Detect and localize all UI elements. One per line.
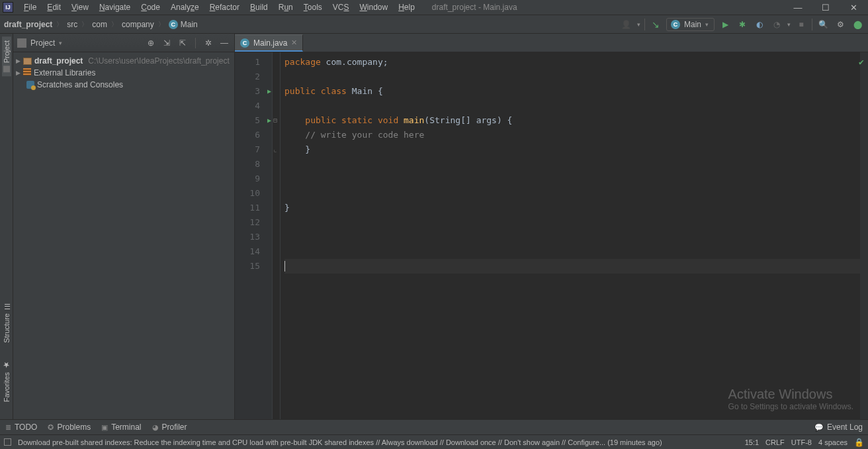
expand-arrow-icon[interactable]: ▶ xyxy=(16,58,21,64)
left-tool-stripe: Project Structure ☰ Favorites ★ xyxy=(0,34,13,419)
bottom-tool-stripe: ≣TODO ✪Problems ▣Terminal ◕Profiler 💬Eve… xyxy=(0,419,868,434)
stop-button[interactable]: ■ xyxy=(795,18,808,31)
tree-row-external-libs[interactable]: ▶ External Libraries xyxy=(13,67,234,79)
project-icon xyxy=(3,66,10,72)
fold-gutter: ⊟ ⌞ xyxy=(273,52,281,419)
status-caret-position[interactable]: 15:1 xyxy=(745,438,759,446)
class-icon: C xyxy=(671,20,680,29)
window-maximize-button[interactable]: ☐ xyxy=(818,3,834,13)
root-name: draft_project xyxy=(34,56,83,66)
run-button[interactable]: ▶ xyxy=(718,18,732,31)
problems-icon: ✪ xyxy=(48,423,54,432)
code-with-me-icon[interactable] xyxy=(620,18,633,31)
code-content[interactable]: package com.company; public class Main {… xyxy=(281,52,860,419)
run-config-label: Main xyxy=(684,20,701,29)
editor-tab-strip: C Main.java ✕ xyxy=(235,34,868,52)
window-minimize-button[interactable]: — xyxy=(790,3,806,13)
line-number: 3 xyxy=(238,84,260,99)
library-icon xyxy=(23,68,31,77)
fold-icon[interactable]: ⊟ xyxy=(273,113,277,128)
toolwindow-tab-terminal[interactable]: ▣Terminal xyxy=(101,423,141,432)
editor[interactable]: 1 2 3 ▶ 4 5 ▶ 6 7 8 9 10 11 12 13 14 15 … xyxy=(235,52,868,419)
status-message[interactable]: Download pre-built shared indexes: Reduc… xyxy=(18,438,738,446)
collapse-all-button[interactable]: ⇱ xyxy=(177,38,189,48)
editor-tab-label: Main.java xyxy=(253,38,287,48)
build-button[interactable]: ↘ xyxy=(649,18,662,31)
line-number: 2 xyxy=(238,70,260,84)
close-icon[interactable]: ✕ xyxy=(291,38,297,47)
menu-refactor[interactable]: Refactor xyxy=(204,1,245,14)
toolwindow-tab-problems[interactable]: ✪Problems xyxy=(48,423,91,432)
menu-code[interactable]: Code xyxy=(136,1,165,14)
expand-arrow-icon[interactable]: ▶ xyxy=(16,70,21,76)
ide-status-icon[interactable]: ⬤ xyxy=(851,18,864,31)
fold-end-icon[interactable]: ⌞ xyxy=(273,142,277,157)
toolwindow-tab-event-log[interactable]: 💬Event Log xyxy=(814,423,863,432)
toolwindow-tab-structure[interactable]: Structure ☰ xyxy=(1,298,11,347)
menu-build[interactable]: Build xyxy=(245,1,273,14)
menu-run[interactable]: Run xyxy=(273,1,298,14)
toolwindow-tab-project[interactable]: Project xyxy=(2,36,11,76)
search-everywhere-button[interactable]: 🔍 xyxy=(816,18,830,31)
project-view-icon xyxy=(17,38,26,48)
tree-row-root[interactable]: ▶ draft_project C:\Users\user\IdeaProjec… xyxy=(13,55,234,67)
menu-navigate[interactable]: Navigate xyxy=(94,1,136,14)
menu-file[interactable]: File xyxy=(19,1,42,14)
line-number: 10 xyxy=(238,186,260,201)
caret xyxy=(284,261,285,272)
line-number-gutter: 1 2 3 ▶ 4 5 ▶ 6 7 8 9 10 11 12 13 14 15 xyxy=(235,52,273,419)
settings-icon[interactable]: ✲ xyxy=(202,38,214,48)
status-encoding[interactable]: UTF-8 xyxy=(791,438,812,446)
window-close-button[interactable]: ✕ xyxy=(846,3,861,13)
line-number: 12 xyxy=(238,215,260,230)
divider xyxy=(195,38,196,48)
toolwindow-tab-favorites[interactable]: Favorites ★ xyxy=(1,356,12,406)
breadcrumb-main[interactable]: C Main xyxy=(169,20,198,29)
breadcrumb-project[interactable]: draft_project xyxy=(4,20,52,29)
toolwindow-tab-todo[interactable]: ≣TODO xyxy=(5,423,37,432)
tree-row-scratches[interactable]: Scratches and Consoles xyxy=(13,79,234,91)
expand-all-button[interactable]: ⇲ xyxy=(161,38,173,48)
run-gutter-icon[interactable]: ▶ xyxy=(267,84,271,99)
select-opened-file-button[interactable]: ⊕ xyxy=(145,38,157,48)
inspection-ok-icon[interactable]: ✔ xyxy=(859,55,864,70)
chevron-right-icon: 〉 xyxy=(81,20,88,29)
editor-tab-main[interactable]: C Main.java ✕ xyxy=(235,34,303,52)
status-indent[interactable]: 4 spaces xyxy=(818,438,847,446)
error-stripe[interactable]: ✔ xyxy=(860,52,868,419)
hide-button[interactable]: — xyxy=(218,38,230,48)
menu-tools[interactable]: Tools xyxy=(298,1,327,14)
toolwindow-quick-access-icon[interactable] xyxy=(4,438,11,446)
chevron-down-icon[interactable]: ▾ xyxy=(59,40,62,46)
project-tree[interactable]: ▶ draft_project C:\Users\user\IdeaProjec… xyxy=(13,52,234,419)
line-number: 14 xyxy=(238,244,260,259)
menu-edit[interactable]: Edit xyxy=(42,1,66,14)
breadcrumb-src[interactable]: src xyxy=(67,20,77,29)
status-line-ending[interactable]: CRLF xyxy=(765,438,785,446)
coverage-button[interactable]: ◐ xyxy=(753,18,766,31)
line-number: 8 xyxy=(238,157,260,172)
breadcrumb-company[interactable]: company xyxy=(122,20,154,29)
debug-button[interactable]: ✱ xyxy=(736,18,749,31)
menu-window[interactable]: Window xyxy=(354,1,393,14)
terminal-icon: ▣ xyxy=(101,423,108,432)
structure-icon: ☰ xyxy=(2,302,11,311)
scratches-label: Scratches and Consoles xyxy=(37,80,123,89)
navigation-bar: draft_project 〉 src 〉 com 〉 company 〉 C … xyxy=(0,15,868,34)
class-icon: C xyxy=(240,38,249,48)
profiler-button[interactable]: ◔ xyxy=(770,18,783,31)
divider xyxy=(812,19,812,30)
todo-icon: ≣ xyxy=(5,423,11,432)
menu-analyze[interactable]: Analyze xyxy=(165,1,204,14)
readonly-lock-icon[interactable]: 🔒 xyxy=(854,438,864,447)
scratches-icon xyxy=(26,81,34,89)
run-config-selector[interactable]: C Main ▾ xyxy=(666,18,715,31)
menu-vcs[interactable]: VCS xyxy=(327,1,355,14)
window-title: draft_project - Main.java xyxy=(432,3,517,12)
breadcrumb-com[interactable]: com xyxy=(92,20,107,29)
menu-help[interactable]: Help xyxy=(393,1,420,14)
toolwindow-tab-profiler[interactable]: ◕Profiler xyxy=(152,423,187,432)
menu-view[interactable]: View xyxy=(66,1,94,14)
settings-button[interactable]: ⚙ xyxy=(834,18,847,31)
run-gutter-icon[interactable]: ▶ xyxy=(267,113,271,128)
